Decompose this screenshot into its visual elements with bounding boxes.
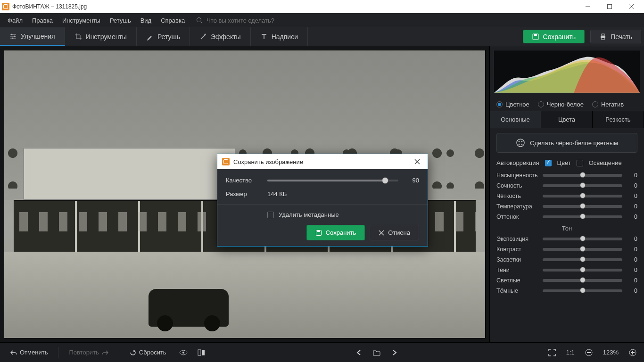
reset-button[interactable]: Сбросить bbox=[124, 346, 172, 359]
quality-value: 90 bbox=[405, 177, 419, 184]
window-close-button[interactable] bbox=[620, 0, 642, 13]
svg-rect-19 bbox=[202, 350, 205, 355]
delete-metadata-checkbox[interactable] bbox=[267, 212, 274, 218]
fit-screen[interactable] bbox=[545, 346, 559, 359]
svg-point-14 bbox=[521, 141, 523, 142]
property-slider[interactable] bbox=[543, 238, 622, 240]
tab-label: Надписи bbox=[272, 33, 298, 41]
property-value: 0 bbox=[626, 256, 637, 263]
nav-next[interactable] bbox=[388, 346, 401, 359]
mode-color[interactable]: Цветное bbox=[496, 101, 529, 108]
property-row: Температура0 bbox=[496, 203, 637, 210]
preview-toggle[interactable] bbox=[177, 346, 190, 359]
property-value: 0 bbox=[626, 193, 637, 199]
tab-retouch[interactable]: Ретушь bbox=[137, 27, 190, 46]
nav-prev[interactable] bbox=[352, 346, 365, 359]
close-icon bbox=[414, 159, 420, 165]
svg-point-17 bbox=[182, 352, 184, 354]
proptab-sharpness[interactable]: Резкость bbox=[593, 111, 644, 128]
slider-knob[interactable] bbox=[580, 246, 586, 252]
window-maximize-button[interactable] bbox=[599, 0, 620, 13]
property-slider[interactable] bbox=[543, 184, 622, 187]
colorize-bw-button[interactable]: Сделать чёрно-белое цветным bbox=[496, 133, 637, 153]
compare-icon bbox=[198, 349, 205, 356]
dialog-cancel-button[interactable]: Отмена bbox=[370, 225, 419, 240]
tab-instruments[interactable]: Инструменты bbox=[65, 27, 137, 46]
dialog-cancel-label: Отмена bbox=[388, 229, 410, 236]
autocorr-color-checkbox[interactable] bbox=[545, 160, 552, 166]
svg-point-13 bbox=[519, 141, 520, 142]
bottom-bar: Отменить Повторить Сбросить 1:1 123% bbox=[0, 342, 644, 362]
autocorr-light-checkbox[interactable] bbox=[577, 160, 583, 166]
size-label: Размер bbox=[226, 190, 267, 197]
slider-knob[interactable] bbox=[580, 203, 586, 209]
brush-icon bbox=[146, 33, 154, 41]
dialog-save-button[interactable]: Сохранить bbox=[306, 225, 365, 240]
slider-knob[interactable] bbox=[580, 236, 586, 241]
property-label: Оттенок bbox=[496, 214, 539, 220]
menu-retouch[interactable]: Ретушь bbox=[106, 15, 135, 26]
menu-help[interactable]: Справка bbox=[157, 15, 189, 26]
slider-knob[interactable] bbox=[580, 256, 586, 262]
zoom-ratio[interactable]: 1:1 bbox=[563, 349, 578, 356]
redo-button[interactable]: Повторить bbox=[63, 346, 114, 359]
search-icon bbox=[196, 17, 203, 24]
property-slider[interactable] bbox=[543, 248, 622, 251]
menu-edit[interactable]: Правка bbox=[28, 15, 57, 26]
property-slider[interactable] bbox=[543, 205, 622, 208]
undo-icon bbox=[10, 349, 17, 356]
zoom-out[interactable] bbox=[582, 346, 595, 359]
menu-search-input[interactable] bbox=[206, 17, 310, 24]
property-slider[interactable] bbox=[543, 195, 622, 197]
property-slider[interactable] bbox=[543, 289, 622, 292]
save-icon bbox=[532, 33, 539, 41]
property-row: Контраст0 bbox=[496, 246, 637, 253]
menu-file[interactable]: Файл bbox=[4, 15, 26, 26]
property-slider[interactable] bbox=[543, 269, 622, 272]
slider-knob[interactable] bbox=[580, 267, 586, 272]
nav-browse[interactable] bbox=[370, 346, 383, 359]
dialog-titlebar[interactable]: Сохранить изображение bbox=[217, 154, 428, 169]
menu-tools[interactable]: Инструменты bbox=[58, 15, 104, 26]
tab-enhancements[interactable]: Улучшения bbox=[0, 27, 65, 46]
slider-knob[interactable] bbox=[580, 277, 586, 283]
print-button[interactable]: Печать bbox=[590, 30, 641, 43]
window-minimize-button[interactable] bbox=[577, 0, 599, 13]
mode-bw[interactable]: Черно-белое bbox=[538, 101, 584, 108]
zoom-in[interactable] bbox=[626, 346, 639, 359]
tab-label: Ретушь bbox=[157, 33, 180, 41]
reset-label: Сбросить bbox=[139, 349, 166, 356]
property-row: Тени0 bbox=[496, 267, 637, 273]
radio-icon bbox=[538, 101, 544, 107]
dialog-close-button[interactable] bbox=[412, 157, 423, 166]
redo-icon bbox=[102, 349, 108, 356]
mode-label: Черно-белое bbox=[547, 101, 584, 108]
tab-text[interactable]: Надписи bbox=[251, 27, 308, 46]
slider-knob[interactable] bbox=[580, 193, 586, 198]
undo-button[interactable]: Отменить bbox=[5, 346, 53, 359]
mode-negative[interactable]: Негатив bbox=[592, 101, 624, 108]
maximize-icon bbox=[607, 4, 612, 9]
radio-icon bbox=[592, 101, 598, 107]
property-slider[interactable] bbox=[543, 258, 622, 261]
slider-knob[interactable] bbox=[580, 288, 586, 293]
property-slider[interactable] bbox=[543, 215, 622, 218]
slider-knob[interactable] bbox=[580, 182, 586, 188]
tool-tabs: Улучшения Инструменты Ретушь Эффекты Над… bbox=[0, 27, 644, 46]
quality-slider[interactable] bbox=[267, 180, 398, 181]
canvas-area: Сохранить изображение Качество 90 Размер… bbox=[0, 46, 489, 342]
property-slider[interactable] bbox=[543, 279, 622, 282]
save-button[interactable]: Сохранить bbox=[523, 30, 585, 43]
autocorr-light-label: Освещение bbox=[589, 159, 622, 166]
slider-knob[interactable] bbox=[382, 177, 388, 184]
svg-point-4 bbox=[12, 37, 14, 39]
property-slider[interactable] bbox=[543, 174, 622, 177]
slider-knob[interactable] bbox=[580, 214, 586, 219]
menu-view[interactable]: Вид bbox=[137, 15, 156, 26]
tab-effects[interactable]: Эффекты bbox=[190, 27, 251, 46]
proptab-basic[interactable]: Основные bbox=[490, 111, 541, 128]
histogram[interactable] bbox=[494, 50, 640, 93]
slider-knob[interactable] bbox=[580, 172, 586, 178]
proptab-colors[interactable]: Цвета bbox=[541, 111, 593, 128]
compare-toggle[interactable] bbox=[195, 346, 208, 359]
